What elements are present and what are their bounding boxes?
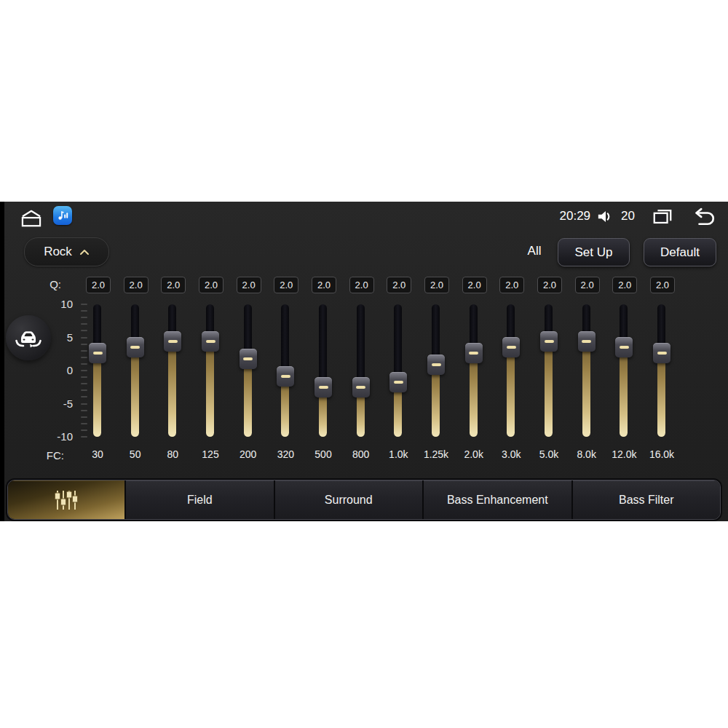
slider-handle-grip (545, 340, 554, 343)
slider-handle[interactable] (240, 349, 257, 369)
slider-handle[interactable] (578, 331, 596, 352)
q-value-80[interactable]: 2.0 (161, 277, 186, 293)
q-value-8.0k[interactable]: 2.0 (575, 277, 600, 293)
gain-axis-label: -5 (40, 397, 73, 411)
tab-bass-filter[interactable]: Bass Filter (571, 480, 721, 519)
q-value-500[interactable]: 2.0 (312, 277, 336, 293)
slider-fill (93, 352, 101, 437)
q-value-1.25k[interactable]: 2.0 (424, 277, 449, 293)
slider-fill (244, 359, 252, 437)
eq-band-800: 2.0800 (342, 277, 380, 466)
preset-dropdown[interactable]: Rock (24, 237, 109, 266)
slider-handle-grip (168, 340, 178, 343)
eq-band-50: 2.050 (116, 277, 154, 466)
car-rotate-icon (12, 323, 44, 352)
fc-label-16.0k: 16.0k (638, 448, 685, 460)
gain-slider-200[interactable] (240, 304, 257, 437)
slider-handle[interactable] (653, 343, 670, 363)
recent-apps-icon[interactable] (652, 207, 673, 226)
gain-slider-30[interactable] (89, 304, 106, 437)
q-value-800[interactable]: 2.0 (349, 277, 374, 293)
tab-field[interactable]: Field (124, 480, 274, 519)
gain-slider-2.0k[interactable] (465, 304, 483, 437)
gain-slider-12.0k[interactable] (615, 304, 633, 437)
q-value-12.0k[interactable]: 2.0 (612, 277, 637, 293)
slider-handle-grip (130, 346, 140, 349)
q-value-16.0k[interactable]: 2.0 (650, 277, 675, 293)
gain-slider-5.0k[interactable] (540, 304, 558, 437)
gain-slider-125[interactable] (202, 304, 219, 437)
eq-band-80: 2.080 (154, 277, 191, 466)
eq-band-3.0k: 2.03.0k (492, 277, 530, 466)
eq-band-30: 2.030 (79, 277, 116, 466)
slider-fill (168, 341, 176, 437)
slider-fill (620, 347, 628, 437)
bottom-tab-bar: Field Surround Bass Enhancement Bass Fil… (7, 480, 721, 520)
gain-slider-800[interactable] (352, 304, 370, 437)
q-value-3.0k[interactable]: 2.0 (499, 277, 524, 293)
back-icon[interactable] (690, 207, 715, 226)
q-value-200[interactable]: 2.0 (237, 277, 261, 293)
slider-handle[interactable] (465, 343, 483, 363)
slider-handle-grip (469, 352, 478, 355)
gain-slider-80[interactable] (164, 304, 181, 437)
q-value-5.0k[interactable]: 2.0 (537, 277, 562, 293)
gain-axis-label: 0 (40, 363, 73, 378)
screen-edge (0, 202, 4, 521)
status-cluster: 20:29 20 (560, 206, 715, 226)
q-value-1.0k[interactable]: 2.0 (387, 277, 411, 293)
eq-sliders-icon (53, 489, 79, 511)
home-icon[interactable] (17, 209, 45, 228)
slider-handle-grip (93, 352, 103, 355)
gain-slider-1.25k[interactable] (427, 304, 445, 437)
slider-handle[interactable] (615, 337, 633, 357)
music-note-icon (56, 209, 69, 222)
eq-band-5.0k: 2.05.0k (530, 277, 568, 466)
q-value-320[interactable]: 2.0 (274, 277, 298, 293)
q-value-50[interactable]: 2.0 (124, 277, 149, 293)
slider-handle-grip (582, 340, 591, 343)
slider-handle[interactable] (89, 343, 106, 363)
slider-handle[interactable] (277, 366, 294, 387)
default-button[interactable]: Default (644, 238, 716, 266)
slider-handle-grip (243, 357, 253, 360)
slider-handle-grip (657, 352, 667, 355)
slider-handle[interactable] (352, 377, 370, 397)
car-rotate-button[interactable] (6, 315, 51, 360)
gain-slider-16.0k[interactable] (653, 304, 670, 437)
setup-button[interactable]: Set Up (558, 238, 630, 266)
slider-fill (657, 352, 665, 437)
eq-band-2.0k: 2.02.0k (455, 277, 493, 466)
q-value-125[interactable]: 2.0 (199, 277, 223, 293)
gain-slider-500[interactable] (314, 304, 332, 437)
gain-slider-8.0k[interactable] (578, 304, 596, 437)
slider-handle[interactable] (314, 377, 332, 397)
eq-band-500: 2.0500 (304, 277, 342, 466)
slider-handle[interactable] (164, 331, 181, 352)
slider-handle[interactable] (389, 372, 407, 392)
slider-handle[interactable] (127, 337, 144, 357)
gain-slider-3.0k[interactable] (502, 304, 520, 437)
gain-slider-50[interactable] (127, 304, 144, 437)
q-value-2.0k[interactable]: 2.0 (462, 277, 487, 293)
tab-bass-enhancement[interactable]: Bass Enhancement (422, 480, 571, 519)
slider-handle-grip (281, 375, 290, 378)
chevron-up-icon (79, 249, 90, 256)
slider-handle[interactable] (502, 337, 520, 357)
slider-fill (206, 341, 214, 437)
slider-handle-grip (432, 363, 441, 366)
tab-surround[interactable]: Surround (274, 480, 423, 519)
gain-slider-320[interactable] (277, 304, 294, 437)
gain-slider-1.0k[interactable] (389, 304, 407, 437)
slider-handle[interactable] (540, 331, 558, 352)
slider-handle[interactable] (202, 331, 219, 352)
all-button[interactable]: All (518, 237, 550, 265)
slider-fill (131, 347, 139, 437)
q-value-30[interactable]: 2.0 (86, 277, 111, 293)
eq-band-1.0k: 2.01.0k (379, 277, 417, 466)
slider-handle-grip (394, 381, 403, 384)
music-eq-app-icon[interactable] (53, 206, 72, 225)
eq-band-320: 2.0320 (266, 277, 304, 466)
tab-equalizer[interactable] (8, 480, 124, 519)
slider-handle[interactable] (427, 355, 445, 375)
